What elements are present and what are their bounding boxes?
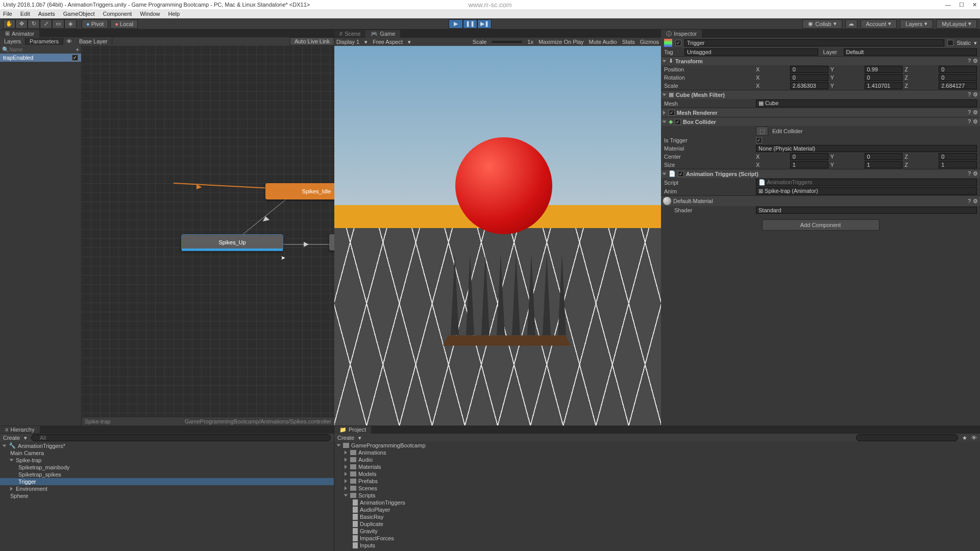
is-trigger-checkbox[interactable]: ✓ bbox=[756, 137, 762, 143]
rect-tool-icon[interactable]: ▭ bbox=[52, 19, 64, 29]
scene-item[interactable]: 🔧 AnimationTriggers* bbox=[0, 442, 334, 449]
move-tool-icon[interactable]: ✥ bbox=[15, 19, 28, 29]
state-spikes-up[interactable]: Spikes_Up bbox=[181, 234, 283, 251]
project-script[interactable]: Gravity bbox=[334, 528, 980, 535]
hierarchy-item[interactable]: Environment bbox=[0, 485, 334, 492]
tab-animator[interactable]: ⊞ Animator bbox=[0, 30, 39, 37]
default-material[interactable]: Default-Material?⚙ bbox=[661, 195, 980, 206]
anim-field[interactable]: ⊞ Spike-trap (Animator) bbox=[756, 187, 977, 195]
scale-slider[interactable] bbox=[492, 41, 522, 43]
active-checkbox[interactable]: ✓ bbox=[675, 40, 681, 46]
project-create-dropdown[interactable]: Create bbox=[337, 435, 354, 441]
hierarchy-item[interactable]: Spiketrap_mainbody bbox=[0, 464, 334, 471]
hierarchy-item-selected[interactable]: Trigger bbox=[0, 478, 334, 485]
layers-dropdown[interactable]: Layers ▾ bbox=[900, 19, 933, 29]
menu-help[interactable]: Help bbox=[168, 11, 180, 17]
transform-component[interactable]: ⬇ Transform ?⚙ bbox=[661, 56, 980, 65]
project-folder[interactable]: Materials bbox=[334, 463, 980, 470]
rot-y[interactable]: 0 bbox=[865, 74, 903, 81]
project-search-input[interactable] bbox=[856, 434, 958, 441]
rot-x[interactable]: 0 bbox=[790, 74, 828, 81]
mesh-filter-component[interactable]: ▦Cube (Mesh Filter)?⚙ bbox=[661, 90, 980, 99]
edit-collider-button[interactable]: ⬚ bbox=[756, 127, 768, 136]
tab-game[interactable]: 🎮 Game bbox=[365, 30, 400, 38]
subtab-layers[interactable]: Layers bbox=[0, 38, 26, 45]
subtab-parameters[interactable]: Parameters bbox=[26, 38, 63, 45]
pos-z[interactable]: 0 bbox=[939, 66, 977, 73]
add-param-icon[interactable]: + bbox=[76, 46, 79, 53]
hierarchy-search-input[interactable] bbox=[31, 434, 331, 441]
project-folder[interactable]: Models bbox=[334, 470, 980, 478]
menu-window[interactable]: Window bbox=[140, 11, 160, 17]
scl-z[interactable]: 2.684127 bbox=[939, 82, 977, 89]
maximize-icon[interactable]: ☐ bbox=[959, 2, 964, 8]
layout-dropdown[interactable]: MyLayout ▾ bbox=[936, 19, 977, 29]
transform-tool-icon[interactable]: ◈ bbox=[64, 19, 77, 29]
auto-live-link[interactable]: Auto Live Link bbox=[290, 37, 334, 45]
minimize-icon[interactable]: — bbox=[945, 2, 951, 8]
project-script[interactable]: Inputs bbox=[334, 542, 980, 549]
physic-material-field[interactable]: None (Physic Material) bbox=[756, 145, 977, 152]
maximize-toggle[interactable]: Maximize On Play bbox=[538, 39, 584, 45]
static-checkbox[interactable] bbox=[947, 40, 953, 46]
display-dropdown[interactable]: Display 1 bbox=[336, 39, 359, 45]
project-folder[interactable]: Scenes bbox=[334, 485, 980, 492]
menu-component[interactable]: Component bbox=[103, 11, 132, 17]
project-script[interactable]: AnimationTriggers bbox=[334, 499, 980, 506]
rot-z[interactable]: 0 bbox=[939, 74, 977, 81]
pause-button-icon[interactable]: ❚❚ bbox=[463, 19, 477, 29]
tab-project[interactable]: 📁 Project bbox=[334, 426, 371, 434]
mesh-renderer-component[interactable]: ✓Mesh Renderer?⚙ bbox=[661, 108, 980, 117]
cloud-icon[interactable]: ☁ bbox=[845, 19, 857, 29]
menu-assets[interactable]: Assets bbox=[38, 11, 55, 17]
shader-dropdown[interactable]: Standard bbox=[756, 207, 977, 214]
base-layer[interactable]: Base Layer bbox=[75, 38, 112, 45]
box-collider-component[interactable]: ◈✓Box Collider?⚙ bbox=[661, 117, 980, 126]
project-folder[interactable]: Prefabs bbox=[334, 478, 980, 485]
scl-x[interactable]: 2.636303 bbox=[790, 82, 828, 89]
add-component-button[interactable]: Add Component bbox=[762, 219, 879, 231]
gear-icon[interactable]: ⚙ bbox=[973, 58, 978, 64]
object-name-input[interactable] bbox=[684, 39, 944, 46]
tab-inspector[interactable]: ⓘ Inspector bbox=[661, 30, 702, 38]
mute-toggle[interactable]: Mute Audio bbox=[589, 39, 617, 45]
pivot-toggle[interactable]: ●Pivot bbox=[82, 19, 108, 29]
project-script[interactable]: ImpactForces bbox=[334, 535, 980, 542]
step-button-icon[interactable]: ▶❚ bbox=[477, 19, 492, 29]
menu-file[interactable]: File bbox=[3, 11, 12, 17]
project-script[interactable]: AudioPlayer bbox=[334, 506, 980, 513]
project-script[interactable]: BasicRay bbox=[334, 513, 980, 520]
gizmos-toggle[interactable]: Gizmos bbox=[640, 39, 659, 45]
hidden-icon[interactable]: 👁 bbox=[971, 435, 977, 441]
menu-edit[interactable]: Edit bbox=[20, 11, 30, 17]
rotate-tool-icon[interactable]: ↻ bbox=[28, 19, 40, 29]
param-checkbox[interactable]: ✓ bbox=[72, 55, 78, 61]
layer-dropdown[interactable]: Default bbox=[844, 48, 977, 56]
hierarchy-item[interactable]: Spike-trap bbox=[0, 457, 334, 464]
stats-toggle[interactable]: Stats bbox=[622, 39, 635, 45]
pos-y[interactable]: 0.99 bbox=[865, 66, 903, 73]
scl-y[interactable]: 1.410701 bbox=[865, 82, 903, 89]
param-search-input[interactable] bbox=[9, 47, 76, 53]
project-folder[interactable]: Animations bbox=[334, 449, 980, 456]
animation-triggers-component[interactable]: 📄✓Animation Triggers (Script)?⚙ bbox=[661, 169, 980, 178]
param-trap-enabled[interactable]: trapEnabled ✓ bbox=[0, 54, 81, 62]
aspect-dropdown[interactable]: Free Aspect bbox=[373, 39, 403, 45]
local-toggle[interactable]: ●Local bbox=[110, 19, 138, 29]
project-folder[interactable]: Audio bbox=[334, 456, 980, 463]
hierarchy-item[interactable]: Main Camera bbox=[0, 449, 334, 457]
play-button-icon[interactable]: ▶ bbox=[449, 19, 463, 29]
tab-hierarchy[interactable]: ≡ Hierarchy bbox=[0, 426, 40, 433]
hierarchy-item[interactable]: Sphere bbox=[0, 492, 334, 499]
tab-scene[interactable]: # Scene bbox=[334, 30, 365, 37]
project-root[interactable]: GameProgrammingBootcamp bbox=[334, 442, 980, 449]
animator-graph[interactable]: Spikes_Idle Spikes_Up Spikes_Down ➤ Spik… bbox=[82, 45, 334, 425]
project-folder[interactable]: Scripts bbox=[334, 492, 980, 499]
menu-gameobject[interactable]: GameObject bbox=[63, 11, 95, 17]
eye-icon[interactable]: 👁 bbox=[63, 38, 75, 44]
close-icon[interactable]: ✕ bbox=[972, 2, 977, 8]
mesh-field[interactable]: ▦ Cube bbox=[756, 99, 977, 107]
favorite-icon[interactable]: ★ bbox=[962, 435, 967, 441]
scale-tool-icon[interactable]: ⤢ bbox=[40, 19, 52, 29]
collab-dropdown[interactable]: ◉ Collab ▾ bbox=[802, 19, 842, 29]
